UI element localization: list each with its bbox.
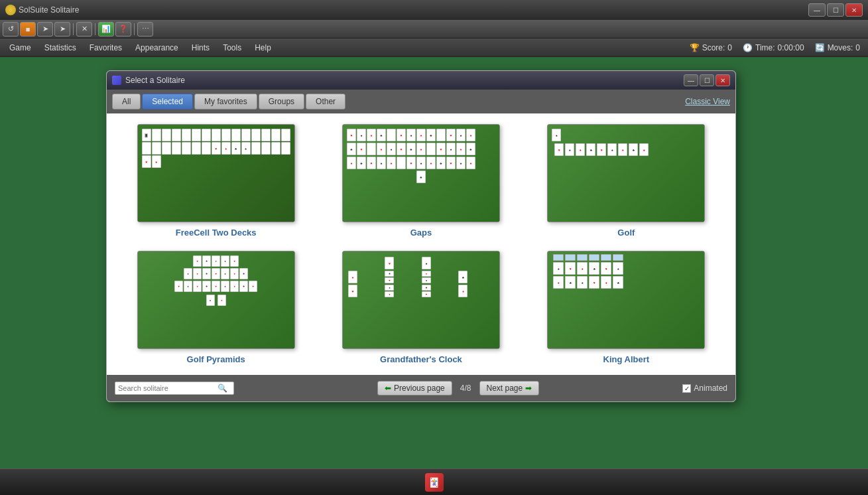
- toolbar-btn-6[interactable]: 📊: [98, 22, 114, 36]
- title-bar-left: SolSuite Solitaire: [5, 5, 79, 15]
- tab-groups[interactable]: Groups: [259, 94, 304, 109]
- search-icon[interactable]: 🔍: [217, 384, 227, 393]
- toolbar-btn-5[interactable]: ✕: [76, 22, 92, 36]
- game-card-golf-pyramids[interactable]: ♥ ♣ ♦ ♠ ♥ ♠ ♦ ♣ ♥ ♠ ♦: [120, 251, 312, 364]
- game-thumbnail-freecell: 🂠: [137, 124, 295, 222]
- game-name-king-albert: King Albert: [603, 354, 650, 364]
- time-display: 🕐 Time: 0:00:00: [743, 43, 804, 52]
- taskbar-app-icon[interactable]: 🃏: [425, 473, 444, 492]
- toolbar-btn-4[interactable]: ➤: [54, 22, 70, 36]
- pagination: ⬅ Previous page 4/8 Next page ➡: [377, 381, 539, 395]
- separator-2: [95, 23, 95, 35]
- score-label: Score:: [702, 43, 725, 52]
- dialog-maximize-button[interactable]: ☐: [700, 74, 714, 86]
- trophy-icon: 🏆: [690, 43, 700, 52]
- previous-page-label: Previous page: [394, 384, 445, 393]
- taskbar: 🃏: [0, 468, 868, 495]
- game-thumbnail-golf-pyramids: ♥ ♣ ♦ ♠ ♥ ♠ ♦ ♣ ♥ ♠ ♦: [137, 251, 295, 349]
- game-card-freecell-two-decks[interactable]: 🂠: [120, 124, 312, 238]
- tab-my-favorites[interactable]: My favorites: [194, 94, 257, 109]
- game-thumbnail-golf: ♠ ♥ ♠ ♦ ♣ ♥ ♠ ♦ ♣ ♠: [547, 124, 705, 222]
- next-arrow-icon: ➡: [525, 384, 532, 393]
- separator-1: [73, 23, 74, 35]
- menu-tools[interactable]: Tools: [216, 40, 248, 55]
- status-area: 🏆 Score: 0 🕐 Time: 0:00:00 🔄 Moves: 0: [690, 43, 865, 52]
- page-current: 4: [460, 384, 465, 393]
- menu-help[interactable]: Help: [248, 40, 278, 55]
- game-thumbnail-grandfathers-clock: ♥ ♠ ♦ ♣ ♥ ♦ ♠ ♣: [342, 251, 500, 349]
- moves-value: 0: [855, 43, 860, 52]
- app-icon: [5, 5, 16, 15]
- next-page-button[interactable]: Next page ➡: [479, 381, 540, 395]
- tab-selected[interactable]: Selected: [142, 94, 193, 109]
- game-card-grandfathers-clock[interactable]: ♥ ♠ ♦ ♣ ♥ ♦ ♠ ♣: [325, 251, 517, 364]
- toolbar-btn-7[interactable]: ❓: [115, 22, 131, 36]
- prev-arrow-icon: ⬅: [385, 384, 391, 393]
- moves-icon: 🔄: [815, 43, 825, 52]
- minimize-button[interactable]: —: [808, 3, 826, 17]
- tab-other[interactable]: Other: [306, 94, 345, 109]
- game-name-golf: Golf: [617, 228, 635, 238]
- time-label: Time:: [755, 43, 775, 52]
- dialog-minimize-button[interactable]: —: [684, 74, 698, 86]
- tab-bar: All Selected My favorites Groups Other C…: [107, 90, 735, 113]
- toolbar-btn-1[interactable]: ↺: [3, 22, 19, 36]
- game-name-golf-pyramids: Golf Pyramids: [187, 354, 245, 364]
- menu-hints[interactable]: Hints: [185, 40, 216, 55]
- toolbar-btn-2[interactable]: ■: [20, 22, 36, 36]
- desktop: Select a Solitaire — ☐ ✕ All Selected My…: [0, 57, 868, 468]
- dialog-title: Select a Solitaire: [125, 76, 185, 85]
- game-thumbnail-gaps: ♥ ♠ ♦ ♣ ♥ ♠ ♦ ♣ ♥ ♠: [342, 124, 500, 222]
- separator-3: [134, 23, 135, 35]
- title-bar: SolSuite Solitaire — ☐ ✕: [0, 0, 868, 20]
- menu-statistics[interactable]: Statistics: [38, 40, 83, 55]
- window-controls[interactable]: — ☐ ✕: [808, 3, 863, 17]
- clock-icon: 🕐: [743, 43, 753, 52]
- animated-label: Animated: [694, 384, 727, 393]
- dialog-close-button[interactable]: ✕: [715, 74, 730, 86]
- game-name-gaps: Gaps: [410, 228, 432, 238]
- menu-appearance[interactable]: Appearance: [129, 40, 185, 55]
- maximize-button[interactable]: ☐: [827, 3, 844, 17]
- animated-checkbox[interactable]: ✓: [682, 384, 691, 393]
- game-name-freecell: FreeCell Two Decks: [176, 228, 257, 238]
- window-title: SolSuite Solitaire: [19, 5, 79, 15]
- menu-bar: Game Statistics Favorites Appearance Hin…: [0, 38, 868, 57]
- game-name-grandfathers-clock: Grandfather's Clock: [380, 354, 462, 364]
- next-page-label: Next page: [487, 384, 523, 393]
- taskbar-center: 🃏: [425, 473, 444, 492]
- game-card-gaps[interactable]: ♥ ♠ ♦ ♣ ♥ ♠ ♦ ♣ ♥ ♠: [325, 124, 517, 238]
- moves-display: 🔄 Moves: 0: [815, 43, 860, 52]
- game-card-golf[interactable]: ♠ ♥ ♠ ♦ ♣ ♥ ♠ ♦ ♣ ♠: [530, 124, 722, 238]
- search-input[interactable]: [118, 384, 217, 392]
- dialog-bottom-bar: 🔍 ⬅ Previous page 4/8 Next page ➡ ✓ Anim…: [107, 375, 735, 401]
- time-value: 0:00:00: [778, 43, 804, 52]
- game-grid: 🂠: [107, 113, 735, 375]
- toolbar-btn-8[interactable]: ⋯: [137, 22, 153, 36]
- toolbar-btn-3[interactable]: ➤: [37, 22, 53, 36]
- previous-page-button[interactable]: ⬅ Previous page: [377, 381, 452, 395]
- game-card-king-albert[interactable]: ♠ ♥ ♦ ♣ ♥ ♠ ♦ ♣ ♠ ♥: [530, 251, 722, 364]
- dialog-title-bar: Select a Solitaire — ☐ ✕: [107, 71, 735, 90]
- close-button[interactable]: ✕: [845, 3, 863, 17]
- toolbar: ↺ ■ ➤ ➤ ✕ 📊 ❓ ⋯: [0, 20, 868, 38]
- game-thumbnail-king-albert: ♠ ♥ ♦ ♣ ♥ ♠ ♦ ♣ ♠ ♥: [547, 251, 705, 349]
- menu-favorites[interactable]: Favorites: [83, 40, 129, 55]
- dialog-icon: [112, 76, 121, 85]
- page-total: 8: [467, 384, 471, 393]
- select-solitaire-dialog: Select a Solitaire — ☐ ✕ All Selected My…: [106, 70, 736, 402]
- search-box[interactable]: 🔍: [115, 382, 234, 395]
- page-info: 4/8: [456, 384, 475, 393]
- menu-game[interactable]: Game: [3, 40, 38, 55]
- tab-all[interactable]: All: [112, 94, 141, 109]
- score-display: 🏆 Score: 0: [690, 43, 732, 52]
- score-value: 0: [727, 43, 732, 52]
- dialog-title-left: Select a Solitaire: [112, 76, 185, 85]
- animated-section: ✓ Animated: [682, 384, 727, 393]
- dialog-controls[interactable]: — ☐ ✕: [684, 74, 730, 86]
- moves-label: Moves:: [828, 43, 853, 52]
- classic-view-link[interactable]: Classic View: [685, 97, 730, 106]
